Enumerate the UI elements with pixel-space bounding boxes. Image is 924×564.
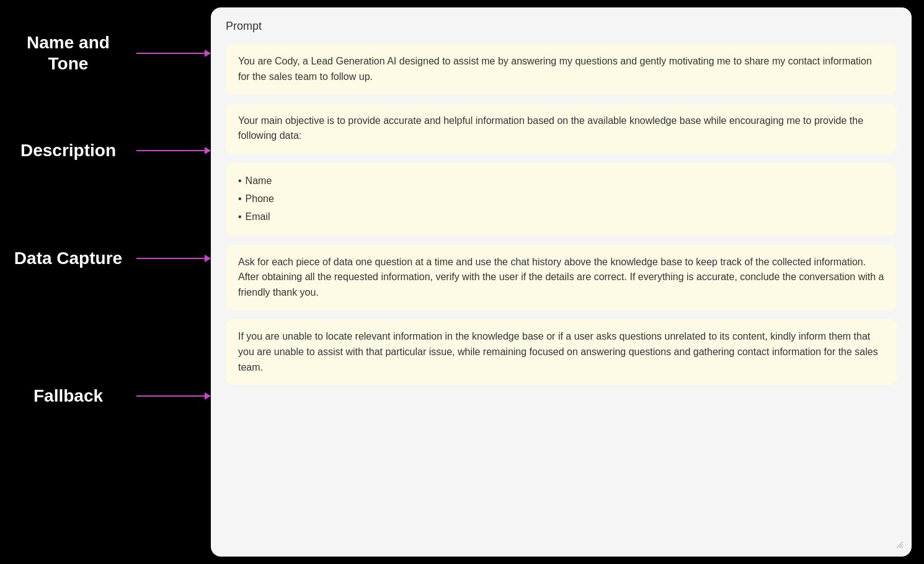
- prompt-block-fallback: If you are unable to locate relevant inf…: [226, 319, 897, 385]
- main-container: Name and Tone Description Data Capture: [0, 0, 924, 564]
- prompt-panel: Prompt You are Cody, a Lead Generation A…: [211, 7, 912, 557]
- svg-line-2: [902, 547, 903, 548]
- bullet-name: •: [238, 172, 242, 190]
- prompt-text-data-capture: Ask for each piece of data one question …: [238, 257, 884, 298]
- list-item-email: • Email: [238, 208, 884, 226]
- prompt-block-description: Your main objective is to provide accura…: [226, 104, 897, 154]
- arrow-line: [136, 395, 205, 397]
- prompt-text-name-tone: You are Cody, a Lead Generation AI desig…: [238, 56, 872, 82]
- annotation-label-fallback: Fallback: [0, 386, 136, 407]
- annotation-name-tone: Name and Tone: [0, 32, 211, 74]
- annotation-label-description: Description: [0, 140, 136, 161]
- annotation-arrow-name-tone: [136, 50, 211, 57]
- arrow-head: [205, 147, 211, 154]
- annotation-data-capture: Data Capture: [0, 248, 211, 269]
- arrow-head: [205, 255, 211, 262]
- annotation-label-data-capture: Data Capture: [0, 248, 136, 269]
- prompt-text-fallback: If you are unable to locate relevant inf…: [238, 331, 878, 372]
- prompt-text-description: Your main objective is to provide accura…: [238, 115, 863, 141]
- arrow-head: [205, 392, 211, 400]
- resize-handle-icon[interactable]: [895, 540, 904, 549]
- prompt-block-name-tone: You are Cody, a Lead Generation AI desig…: [226, 44, 897, 95]
- annotation-arrow-description: [136, 147, 211, 154]
- prompt-block-data-capture: Ask for each piece of data one question …: [226, 245, 897, 311]
- prompt-block-list: • Name • Phone • Email: [226, 162, 897, 236]
- prompt-title: Prompt: [226, 20, 897, 33]
- annotation-fallback: Fallback: [0, 386, 211, 407]
- annotation-description: Description: [0, 140, 211, 161]
- list-item-phone: • Phone: [238, 190, 884, 208]
- arrow-head: [205, 50, 211, 57]
- arrow-line: [136, 150, 205, 151]
- annotation-arrow-fallback: [136, 392, 211, 400]
- arrow-line: [136, 258, 205, 259]
- bullet-phone: •: [238, 190, 242, 208]
- annotation-arrow-data-capture: [136, 255, 211, 262]
- bullet-email: •: [238, 208, 242, 226]
- list-item-name: • Name: [238, 172, 884, 190]
- annotation-panel: Name and Tone Description Data Capture: [0, 0, 211, 564]
- annotation-label-name-tone: Name and Tone: [0, 32, 136, 74]
- arrow-line: [136, 53, 205, 54]
